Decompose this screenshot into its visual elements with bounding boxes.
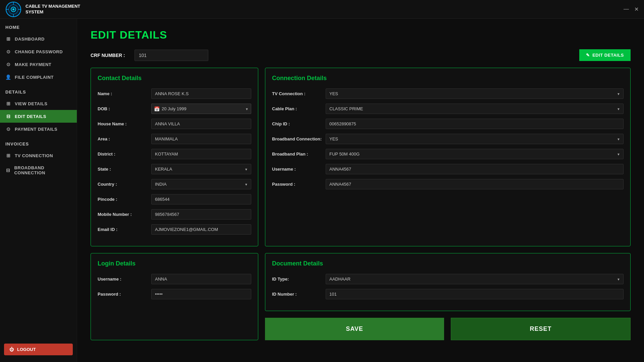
app-logo (5, 1, 21, 17)
edit-details-icon: ⊟ (5, 113, 11, 119)
minimize-button[interactable]: — (624, 6, 629, 12)
id-type-select[interactable]: AADHAAR PAN PASSPORT (326, 274, 624, 284)
mobile-row: Mobile Number : (98, 209, 251, 220)
chip-id-row: Chip ID : (272, 119, 624, 129)
sidebar-item-make-payment[interactable]: ⊙ MAKE PAYMENT (0, 58, 77, 71)
title-bar-controls[interactable]: — ✕ (624, 6, 639, 12)
area-input[interactable] (151, 134, 251, 144)
sidebar-item-view-details[interactable]: ⊞ VIEW DETAILS (0, 97, 77, 110)
edit-details-button[interactable]: ✎ EDIT DETAILS (579, 49, 631, 61)
document-details-title: Document Details (272, 260, 624, 267)
save-button[interactable]: SAVE (265, 318, 444, 340)
contact-details-panel: Contact Details Name : DOB : 📅 ▼ (91, 68, 258, 246)
sidebar: HOME ⊞ DASHBOARD ⊙ CHANGE PASSWORD ⊙ MAK… (0, 19, 77, 362)
sidebar-item-label: TV CONNECTION (15, 153, 53, 158)
house-name-label: House Name : (98, 121, 151, 126)
date-dropdown-icon: ▼ (245, 107, 249, 111)
contact-details-title: Contact Details (98, 75, 251, 82)
bottom-panels-row: Login Details Username : Password : Docu… (91, 253, 631, 340)
email-row: Email ID : (98, 224, 251, 235)
conn-password-row: Password : (272, 179, 624, 189)
state-row: State : KERALA TAMILNADU KARNATAKA (98, 164, 251, 174)
cable-plan-select[interactable]: CLASSIC PRIME BASIC PREMIUM (326, 104, 624, 114)
state-select[interactable]: KERALA TAMILNADU KARNATAKA (151, 164, 251, 174)
app-title: CABLE TV MANAGEMENT SYSTEM (25, 4, 80, 15)
sidebar-item-label: PAYMENT DETAILS (15, 127, 57, 132)
view-details-icon: ⊞ (5, 101, 11, 107)
state-label: State : (98, 167, 151, 172)
svg-point-3 (12, 8, 14, 10)
sidebar-item-broadband-connection[interactable]: ⊟ BROADBAND CONNECTION (0, 162, 77, 179)
action-buttons: SAVE RESET (265, 318, 631, 340)
name-label: Name : (98, 91, 151, 96)
area-row: Area : (98, 134, 251, 144)
broadband-connection-select[interactable]: YES NO (326, 134, 624, 144)
dob-label: DOB : (98, 106, 151, 111)
close-button[interactable]: ✕ (634, 6, 639, 12)
broadband-plan-select-wrapper: FUP 50M 400G FUP 100M 500G (326, 149, 624, 159)
sidebar-item-label: EDIT DETAILS (15, 114, 46, 119)
tv-connection-label: TV Connection : (272, 91, 326, 96)
login-password-label: Password : (98, 292, 151, 297)
login-username-input[interactable] (151, 274, 251, 284)
cable-plan-select-wrapper: CLASSIC PRIME BASIC PREMIUM (326, 104, 624, 114)
dob-input[interactable] (151, 104, 251, 114)
sidebar-home-label: HOME (0, 19, 77, 33)
area-label: Area : (98, 136, 151, 141)
sidebar-invoices-label: INVOICES (0, 135, 77, 149)
tv-connection-row: TV Connection : YES NO (272, 88, 624, 99)
country-select[interactable]: INDIA USA (151, 179, 251, 189)
conn-password-input[interactable] (326, 179, 624, 189)
make-payment-icon: ⊙ (5, 61, 11, 67)
district-input[interactable] (151, 149, 251, 159)
sidebar-item-payment-details[interactable]: ⊙ PAYMENT DETAILS (0, 123, 77, 135)
id-number-label: ID Number : (272, 292, 326, 297)
pincode-row: Pincode : (98, 194, 251, 204)
tv-connection-icon: ⊞ (5, 153, 11, 159)
tv-connection-select-wrapper: YES NO (326, 88, 624, 99)
broadband-plan-label: Broadband Plan : (272, 152, 326, 157)
sidebar-item-edit-details[interactable]: ⊟ EDIT DETAILS (0, 110, 77, 123)
logout-button[interactable]: ⏻ LOGOUT (4, 344, 73, 355)
sidebar-item-file-complaint[interactable]: 👤 FILE COMPLAINT (0, 71, 77, 83)
broadband-connection-row: Broadband Connection: YES NO (272, 134, 624, 144)
login-username-label: Username : (98, 277, 151, 282)
crf-number-input[interactable] (135, 50, 208, 61)
dob-row: DOB : 📅 ▼ (98, 104, 251, 114)
mobile-input[interactable] (151, 209, 251, 220)
id-number-input[interactable] (326, 289, 624, 299)
file-complaint-icon: 👤 (5, 74, 11, 80)
id-type-select-wrapper: AADHAAR PAN PASSPORT (326, 274, 624, 284)
sidebar-item-change-password[interactable]: ⊙ CHANGE PASSWORD (0, 45, 77, 58)
sidebar-item-label: MAKE PAYMENT (15, 62, 51, 67)
conn-username-row: Username : (272, 164, 624, 174)
reset-button[interactable]: RESET (451, 318, 631, 340)
country-label: Country : (98, 182, 151, 187)
pincode-input[interactable] (151, 194, 251, 204)
cable-plan-row: Cable Plan : CLASSIC PRIME BASIC PREMIUM (272, 104, 624, 114)
conn-username-input[interactable] (326, 164, 624, 174)
login-username-row: Username : (98, 274, 251, 284)
sidebar-item-dashboard[interactable]: ⊞ DASHBOARD (0, 33, 77, 45)
name-input[interactable] (151, 88, 251, 99)
sidebar-details-label: DETAILS (0, 83, 77, 97)
main-content: EDIT DETAILS CRF NUMBER : ✎ EDIT DETAILS… (77, 19, 644, 362)
sidebar-item-tv-connection[interactable]: ⊞ TV CONNECTION (0, 149, 77, 162)
title-bar: CABLE TV MANAGEMENT SYSTEM — ✕ (0, 0, 644, 19)
tv-connection-select[interactable]: YES NO (326, 88, 624, 99)
chip-id-input[interactable] (326, 119, 624, 129)
conn-username-label: Username : (272, 167, 326, 172)
district-label: District : (98, 152, 151, 157)
email-input[interactable] (151, 224, 251, 235)
payment-details-icon: ⊙ (5, 126, 11, 132)
login-password-input[interactable] (151, 289, 251, 299)
sidebar-item-label: FILE COMPLAINT (15, 75, 54, 80)
country-select-wrapper: INDIA USA (151, 179, 251, 189)
broadband-plan-select[interactable]: FUP 50M 400G FUP 100M 500G (326, 149, 624, 159)
edit-details-btn-label: EDIT DETAILS (592, 53, 624, 58)
house-name-input[interactable] (151, 119, 251, 129)
pincode-label: Pincode : (98, 197, 151, 202)
id-type-row: ID Type: AADHAAR PAN PASSPORT (272, 274, 624, 284)
cable-plan-label: Cable Plan : (272, 106, 326, 111)
broadband-plan-row: Broadband Plan : FUP 50M 400G FUP 100M 5… (272, 149, 624, 159)
